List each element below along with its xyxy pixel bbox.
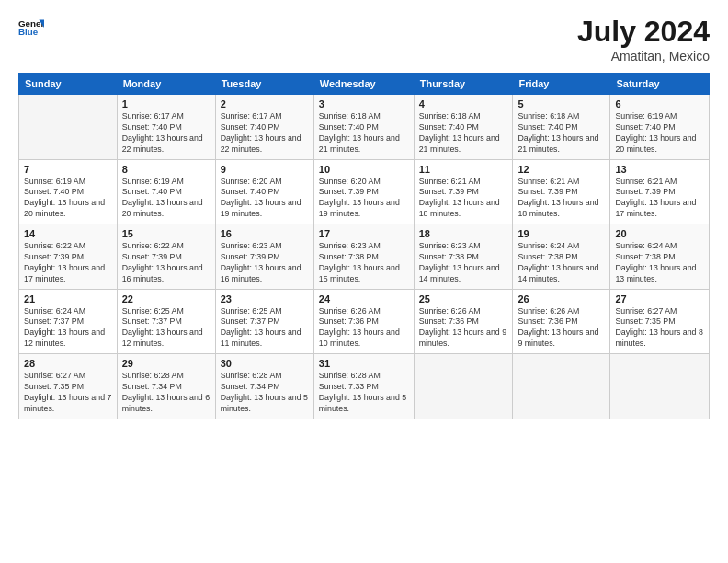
- day-info: Sunrise: 6:28 AMSunset: 7:33 PMDaylight:…: [319, 371, 409, 415]
- day-number: 22: [122, 293, 210, 304]
- col-saturday: Saturday: [610, 74, 710, 95]
- day-info: Sunrise: 6:23 AMSunset: 7:38 PMDaylight:…: [319, 241, 409, 285]
- col-tuesday: Tuesday: [215, 74, 313, 95]
- calendar-cell: 19Sunrise: 6:24 AMSunset: 7:38 PMDayligh…: [513, 224, 610, 290]
- calendar-cell: 1Sunrise: 6:17 AMSunset: 7:40 PMDaylight…: [117, 95, 215, 160]
- day-info: Sunrise: 6:18 AMSunset: 7:40 PMDaylight:…: [319, 111, 409, 155]
- day-number: 21: [24, 293, 112, 304]
- day-info: Sunrise: 6:20 AMSunset: 7:40 PMDaylight:…: [221, 177, 309, 221]
- calendar-cell: 25Sunrise: 6:26 AMSunset: 7:36 PMDayligh…: [414, 289, 513, 354]
- day-number: 11: [419, 164, 508, 175]
- day-number: 2: [221, 98, 309, 109]
- calendar-week-row-1: 1Sunrise: 6:17 AMSunset: 7:40 PMDaylight…: [19, 95, 710, 160]
- calendar-cell: 17Sunrise: 6:23 AMSunset: 7:38 PMDayligh…: [313, 224, 414, 290]
- calendar-cell: 28Sunrise: 6:27 AMSunset: 7:35 PMDayligh…: [19, 354, 118, 419]
- col-sunday: Sunday: [19, 74, 118, 95]
- day-number: 8: [122, 164, 210, 175]
- calendar-week-row-5: 28Sunrise: 6:27 AMSunset: 7:35 PMDayligh…: [19, 354, 710, 419]
- day-number: 4: [419, 98, 508, 109]
- day-info: Sunrise: 6:20 AMSunset: 7:39 PMDaylight:…: [319, 177, 409, 221]
- col-friday: Friday: [513, 74, 610, 95]
- day-info: Sunrise: 6:27 AMSunset: 7:35 PMDaylight:…: [615, 306, 704, 350]
- day-number: 10: [319, 164, 409, 175]
- calendar-cell: [19, 95, 118, 160]
- day-info: Sunrise: 6:21 AMSunset: 7:39 PMDaylight:…: [615, 177, 704, 221]
- calendar-cell: 31Sunrise: 6:28 AMSunset: 7:33 PMDayligh…: [313, 354, 414, 419]
- day-number: 19: [518, 228, 605, 239]
- calendar-cell: 12Sunrise: 6:21 AMSunset: 7:39 PMDayligh…: [513, 159, 610, 224]
- day-info: Sunrise: 6:25 AMSunset: 7:37 PMDaylight:…: [221, 306, 309, 350]
- day-number: 16: [221, 228, 309, 239]
- day-info: Sunrise: 6:21 AMSunset: 7:39 PMDaylight:…: [419, 177, 508, 221]
- page: General Blue July 2024 Amatitan, Mexico …: [0, 0, 728, 563]
- calendar-cell: 26Sunrise: 6:26 AMSunset: 7:36 PMDayligh…: [513, 289, 610, 354]
- calendar-header-row: Sunday Monday Tuesday Wednesday Thursday…: [19, 74, 710, 95]
- calendar-cell: 30Sunrise: 6:28 AMSunset: 7:34 PMDayligh…: [215, 354, 313, 419]
- day-info: Sunrise: 6:19 AMSunset: 7:40 PMDaylight:…: [615, 111, 704, 155]
- day-number: 17: [319, 228, 409, 239]
- day-number: 20: [615, 228, 704, 239]
- day-info: Sunrise: 6:25 AMSunset: 7:37 PMDaylight:…: [122, 306, 210, 350]
- day-number: 5: [518, 98, 605, 109]
- day-info: Sunrise: 6:19 AMSunset: 7:40 PMDaylight:…: [24, 177, 112, 221]
- header: General Blue July 2024 Amatitan, Mexico: [18, 15, 710, 63]
- day-number: 23: [221, 293, 309, 304]
- day-info: Sunrise: 6:24 AMSunset: 7:37 PMDaylight:…: [24, 306, 112, 350]
- day-info: Sunrise: 6:17 AMSunset: 7:40 PMDaylight:…: [122, 111, 210, 155]
- day-info: Sunrise: 6:26 AMSunset: 7:36 PMDaylight:…: [518, 306, 605, 350]
- day-info: Sunrise: 6:18 AMSunset: 7:40 PMDaylight:…: [518, 111, 605, 155]
- calendar-cell: 18Sunrise: 6:23 AMSunset: 7:38 PMDayligh…: [414, 224, 513, 290]
- day-info: Sunrise: 6:22 AMSunset: 7:39 PMDaylight:…: [24, 241, 112, 285]
- calendar-table: Sunday Monday Tuesday Wednesday Thursday…: [18, 73, 710, 419]
- logo-icon: General Blue: [18, 15, 44, 40]
- day-info: Sunrise: 6:23 AMSunset: 7:38 PMDaylight:…: [419, 241, 508, 285]
- calendar-week-row-4: 21Sunrise: 6:24 AMSunset: 7:37 PMDayligh…: [19, 289, 710, 354]
- day-number: 27: [615, 293, 704, 304]
- day-info: Sunrise: 6:23 AMSunset: 7:39 PMDaylight:…: [221, 241, 309, 285]
- calendar-cell: 2Sunrise: 6:17 AMSunset: 7:40 PMDaylight…: [215, 95, 313, 160]
- calendar-week-row-2: 7Sunrise: 6:19 AMSunset: 7:40 PMDaylight…: [19, 159, 710, 224]
- calendar-cell: 23Sunrise: 6:25 AMSunset: 7:37 PMDayligh…: [215, 289, 313, 354]
- day-info: Sunrise: 6:28 AMSunset: 7:34 PMDaylight:…: [122, 371, 210, 415]
- day-number: 3: [319, 98, 409, 109]
- day-info: Sunrise: 6:27 AMSunset: 7:35 PMDaylight:…: [24, 371, 112, 415]
- day-number: 26: [518, 293, 605, 304]
- location: Amatitan, Mexico: [577, 49, 710, 63]
- month-year: July 2024: [577, 15, 710, 49]
- day-info: Sunrise: 6:17 AMSunset: 7:40 PMDaylight:…: [221, 111, 309, 155]
- day-info: Sunrise: 6:21 AMSunset: 7:39 PMDaylight:…: [518, 177, 605, 221]
- day-number: 28: [24, 358, 112, 369]
- calendar-cell: [513, 354, 610, 419]
- day-number: 12: [518, 164, 605, 175]
- logo: General Blue: [18, 15, 44, 40]
- day-number: 9: [221, 164, 309, 175]
- day-info: Sunrise: 6:24 AMSunset: 7:38 PMDaylight:…: [518, 241, 605, 285]
- calendar-cell: 16Sunrise: 6:23 AMSunset: 7:39 PMDayligh…: [215, 224, 313, 290]
- svg-text:Blue: Blue: [18, 27, 39, 37]
- calendar-cell: 21Sunrise: 6:24 AMSunset: 7:37 PMDayligh…: [19, 289, 118, 354]
- col-thursday: Thursday: [414, 74, 513, 95]
- day-number: 30: [221, 358, 309, 369]
- calendar-cell: 9Sunrise: 6:20 AMSunset: 7:40 PMDaylight…: [215, 159, 313, 224]
- calendar-cell: 24Sunrise: 6:26 AMSunset: 7:36 PMDayligh…: [313, 289, 414, 354]
- calendar-cell: [610, 354, 710, 419]
- calendar-cell: 13Sunrise: 6:21 AMSunset: 7:39 PMDayligh…: [610, 159, 710, 224]
- calendar-cell: 11Sunrise: 6:21 AMSunset: 7:39 PMDayligh…: [414, 159, 513, 224]
- calendar-cell: 27Sunrise: 6:27 AMSunset: 7:35 PMDayligh…: [610, 289, 710, 354]
- day-number: 7: [24, 164, 112, 175]
- calendar-cell: 6Sunrise: 6:19 AMSunset: 7:40 PMDaylight…: [610, 95, 710, 160]
- day-number: 31: [319, 358, 409, 369]
- calendar-cell: 14Sunrise: 6:22 AMSunset: 7:39 PMDayligh…: [19, 224, 118, 290]
- day-info: Sunrise: 6:26 AMSunset: 7:36 PMDaylight:…: [319, 306, 409, 350]
- day-number: 24: [319, 293, 409, 304]
- col-monday: Monday: [117, 74, 215, 95]
- day-number: 14: [24, 228, 112, 239]
- col-wednesday: Wednesday: [313, 74, 414, 95]
- calendar-cell: 3Sunrise: 6:18 AMSunset: 7:40 PMDaylight…: [313, 95, 414, 160]
- day-info: Sunrise: 6:26 AMSunset: 7:36 PMDaylight:…: [419, 306, 508, 350]
- calendar-cell: 20Sunrise: 6:24 AMSunset: 7:38 PMDayligh…: [610, 224, 710, 290]
- calendar-cell: [414, 354, 513, 419]
- calendar-cell: 15Sunrise: 6:22 AMSunset: 7:39 PMDayligh…: [117, 224, 215, 290]
- calendar-cell: 7Sunrise: 6:19 AMSunset: 7:40 PMDaylight…: [19, 159, 118, 224]
- day-number: 15: [122, 228, 210, 239]
